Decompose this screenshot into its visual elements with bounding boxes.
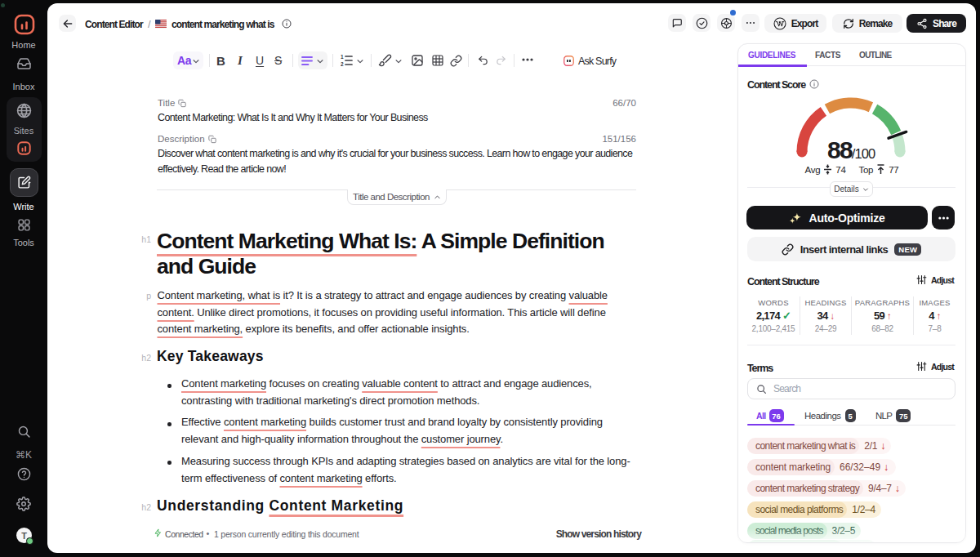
svg-text:2: 2 (341, 61, 344, 66)
svg-text:1: 1 (341, 55, 344, 60)
